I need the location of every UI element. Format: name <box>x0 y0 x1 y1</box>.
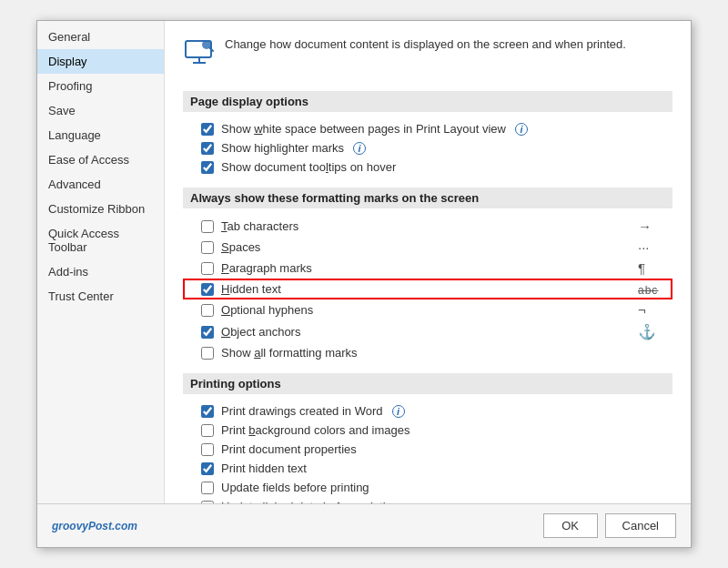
option-row-optional-hyphens: Optional hyphens ¬ <box>183 299 672 320</box>
checkbox-drawings[interactable] <box>201 405 214 418</box>
formatting-marks-section: Always show these formatting marks on th… <box>183 188 672 362</box>
checkbox-all-marks[interactable] <box>201 347 214 360</box>
label-tab-chars: Tab characters <box>221 219 298 233</box>
label-paragraph: Paragraph marks <box>221 261 312 275</box>
word-options-dialog: General Display Proofing Save Language E… <box>36 20 692 548</box>
header-text: Change how document content is displayed… <box>225 36 626 51</box>
label-spaces: Spaces <box>221 240 260 254</box>
checkbox-white-space[interactable] <box>201 123 214 136</box>
checkbox-doc-properties[interactable] <box>201 443 214 456</box>
cancel-button[interactable]: Cancel <box>605 513 676 538</box>
label-background: Print background colors and images <box>221 423 410 437</box>
printing-options-section: Printing options Print drawings created … <box>183 373 672 503</box>
symbol-paragraph: ¶ <box>638 260 665 276</box>
symbol-tab-chars: → <box>638 218 665 234</box>
sidebar-item-language[interactable]: Language <box>37 123 164 147</box>
checkbox-tooltips[interactable] <box>201 161 214 174</box>
page-display-header: Page display options <box>183 91 672 112</box>
label-print-hidden: Print hidden text <box>221 462 307 475</box>
option-row-spaces: Spaces ··· <box>183 237 672 258</box>
label-white-space: Show white space between pages in Print … <box>221 122 506 136</box>
checkbox-tab-chars[interactable] <box>201 220 214 233</box>
sidebar-item-ease-of-access[interactable]: Ease of Access <box>37 147 164 172</box>
dialog-body: General Display Proofing Save Language E… <box>37 21 691 503</box>
label-highlighter: Show highlighter marks <box>221 141 344 155</box>
option-row-highlighter: Show highlighter marks i <box>183 138 672 157</box>
ok-button[interactable]: OK <box>543 513 598 538</box>
checkbox-hidden-text[interactable] <box>201 283 214 296</box>
option-row-object-anchors: Object anchors ⚓ <box>183 320 672 343</box>
option-row-hidden-text: Hidden text abc <box>183 279 672 299</box>
symbol-spaces: ··· <box>638 239 665 255</box>
sidebar-item-general[interactable]: General <box>37 25 164 49</box>
option-row-doc-properties: Print document properties <box>183 440 672 459</box>
symbol-hidden-text: abc <box>638 281 665 297</box>
sidebar-item-customize-ribbon[interactable]: Customize Ribbon <box>37 197 164 221</box>
header-description: Change how document content is displayed… <box>183 36 672 75</box>
sidebar-item-advanced[interactable]: Advanced <box>37 172 164 197</box>
option-row-drawings: Print drawings created in Word i <box>183 401 672 421</box>
checkbox-print-hidden[interactable] <box>201 462 214 475</box>
sidebar-item-save[interactable]: Save <box>37 98 164 123</box>
footer-brand: groovyPost.com <box>52 520 137 532</box>
option-row-all-marks: Show all formatting marks <box>183 343 672 362</box>
label-all-marks: Show all formatting marks <box>221 346 358 360</box>
sidebar-item-add-ins[interactable]: Add-ins <box>37 259 164 284</box>
sidebar-item-display[interactable]: Display <box>37 49 164 74</box>
option-row-tab-chars: Tab characters → <box>183 216 672 237</box>
label-optional-hyphens: Optional hyphens <box>221 303 313 317</box>
checkbox-optional-hyphens[interactable] <box>201 304 214 317</box>
info-icon-white-space: i <box>515 123 528 136</box>
symbol-optional-hyphens: ¬ <box>638 302 665 318</box>
sidebar-item-trust-center[interactable]: Trust Center <box>37 284 164 309</box>
checkbox-object-anchors[interactable] <box>201 326 214 339</box>
label-drawings: Print drawings created in Word <box>221 404 383 418</box>
info-icon-highlighter: i <box>353 142 366 155</box>
page-display-section: Page display options Show white space be… <box>183 91 672 177</box>
checkbox-update-fields[interactable] <box>201 482 214 494</box>
info-icon-drawings: i <box>392 405 405 418</box>
main-content: Change how document content is displayed… <box>165 21 691 503</box>
option-row-update-fields: Update fields before printing <box>183 478 672 497</box>
formatting-marks-header: Always show these formatting marks on th… <box>183 188 672 208</box>
checkbox-highlighter[interactable] <box>201 142 214 155</box>
checkbox-spaces[interactable] <box>201 241 214 254</box>
sidebar-item-proofing[interactable]: Proofing <box>37 74 164 98</box>
printing-options-header: Printing options <box>183 373 672 394</box>
sidebar: General Display Proofing Save Language E… <box>37 21 165 503</box>
option-row-print-hidden: Print hidden text <box>183 459 672 478</box>
option-row-tooltips: Show document tooltips on hover <box>183 157 672 177</box>
checkbox-background[interactable] <box>201 424 214 437</box>
label-hidden-text: Hidden text <box>221 282 281 296</box>
label-tooltips: Show document tooltips on hover <box>221 160 396 174</box>
symbol-object-anchors: ⚓ <box>638 323 665 340</box>
sidebar-item-quick-access-toolbar[interactable]: Quick Access Toolbar <box>37 221 164 259</box>
option-row-paragraph: Paragraph marks ¶ <box>183 258 672 279</box>
label-update-fields: Update fields before printing <box>221 481 369 494</box>
display-icon <box>183 36 216 75</box>
label-doc-properties: Print document properties <box>221 442 357 456</box>
dialog-footer: groovyPost.com OK Cancel <box>37 503 691 547</box>
footer-buttons: OK Cancel <box>543 513 676 538</box>
option-row-update-linked: Update linked data before printing <box>183 497 672 503</box>
option-row-background: Print background colors and images <box>183 421 672 440</box>
label-object-anchors: Object anchors <box>221 325 300 339</box>
checkbox-paragraph[interactable] <box>201 262 214 275</box>
option-row-white-space: Show white space between pages in Print … <box>183 119 672 138</box>
brand-text: groovyPost.com <box>52 520 137 532</box>
